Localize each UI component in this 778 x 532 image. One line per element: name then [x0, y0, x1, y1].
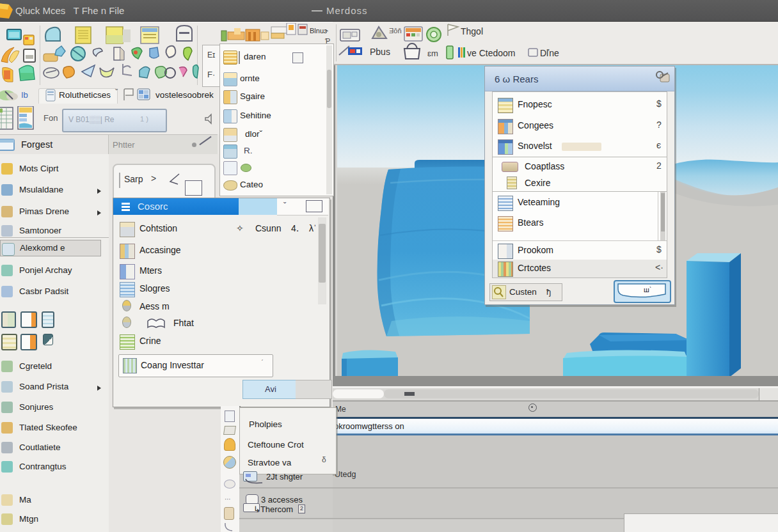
svg-text:Thgol: Thgol	[461, 26, 483, 36]
svg-text:Blnuɝ: Blnuɝ	[310, 27, 328, 35]
svg-text:ve Ctedoom: ve Ctedoom	[467, 48, 515, 58]
svg-text:ɛm: ɛm	[427, 49, 438, 58]
svg-text:Dľne: Dľne	[540, 48, 559, 58]
svg-text:Pbus: Pbus	[370, 47, 390, 57]
svg-text:Ǝōň: Ǝōň	[389, 27, 402, 35]
svg-text:шˋ: шˋ	[644, 286, 652, 293]
